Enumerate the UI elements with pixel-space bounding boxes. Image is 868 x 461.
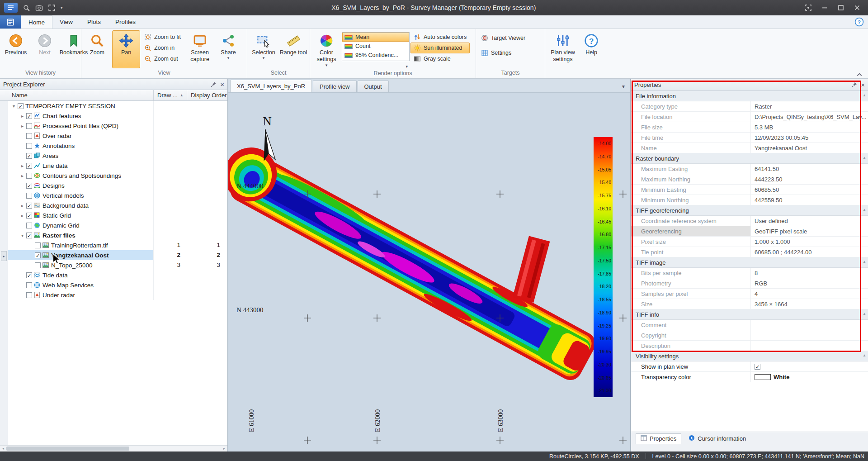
tree-item-static-grid[interactable]: ▸✓Static Grid	[8, 210, 227, 220]
expander-collapsed-icon[interactable]: ▸	[19, 163, 25, 168]
tree-item-background-data[interactable]: ▸✓Background data	[8, 200, 227, 210]
render-layer-gallery-more[interactable]: ▾	[342, 62, 410, 70]
expander-collapsed-icon[interactable]: ▸	[19, 203, 25, 208]
fit-screen-icon[interactable]	[805, 4, 812, 11]
property-row-transparency-color[interactable]: Transparency colorWhite	[631, 372, 868, 382]
plan-view-settings-button[interactable]: Plan view settings	[547, 30, 579, 68]
scroll-right-icon[interactable]: ▸	[221, 447, 227, 451]
property-row-copyright[interactable]: Copyright	[631, 330, 868, 341]
tree-item-vertical-models[interactable]: Vertical models	[8, 190, 227, 200]
zoom-button[interactable]: Zoom	[83, 30, 111, 68]
quick-zoom-icon[interactable]	[23, 4, 30, 12]
previous-button[interactable]: Previous	[2, 30, 30, 68]
tree-item-processed-point-files-qpd[interactable]: ▸Processed Point files (QPD)	[8, 121, 227, 131]
pin-icon[interactable]	[211, 81, 217, 87]
checkbox[interactable]	[26, 223, 32, 228]
checkbox[interactable]: ✓	[35, 252, 41, 258]
property-section-visibility-settings[interactable]: Visibility settings▲	[631, 351, 868, 361]
expander-collapsed-icon[interactable]: ▸	[19, 114, 25, 119]
tree-item-areas[interactable]: ✓Areas	[8, 151, 227, 161]
auto-scale-colors-button[interactable]: Auto scale colors	[410, 32, 470, 43]
expander-collapsed-icon[interactable]: ▸	[19, 213, 25, 218]
share-button[interactable]: Share ▾	[216, 30, 241, 68]
section-collapse-icon[interactable]: ▲	[863, 208, 866, 212]
zoom-in-button[interactable]: Zoom in	[141, 43, 184, 53]
splitter-handle-button[interactable]: ▸	[1, 251, 7, 261]
tree-item-yangtzekanaal-oost[interactable]: ✓Yangtzekanaal Oost22	[8, 250, 227, 260]
quick-capture-icon[interactable]	[35, 4, 43, 12]
render-layer-option-count[interactable]: Count	[342, 42, 409, 51]
checkbox[interactable]	[26, 143, 32, 149]
minimize-icon[interactable]	[821, 4, 828, 11]
view-tab-output[interactable]: Output	[358, 81, 389, 92]
tree-item-chart-features[interactable]: ▸✓Chart features	[8, 111, 227, 121]
ribbon-tab-plots[interactable]: Plots	[80, 15, 108, 29]
property-row-size[interactable]: Size3456 × 1664	[631, 299, 868, 309]
target-settings-button[interactable]: Settings	[478, 48, 514, 58]
target-viewer-button[interactable]: Target Viewer	[478, 33, 528, 43]
checkbox[interactable]	[26, 173, 32, 179]
tree-item-dynamic-grid[interactable]: Dynamic Grid	[8, 220, 227, 230]
property-row-show-in-plan-view[interactable]: Show in plan view✓	[631, 361, 868, 372]
expander-expanded-icon[interactable]: ▾	[11, 104, 17, 109]
section-collapse-icon[interactable]: ▲	[863, 260, 866, 264]
property-row-maximum-easting[interactable]: Maximum Easting64141.50	[631, 164, 868, 174]
next-button[interactable]: Next	[31, 30, 59, 68]
render-layer-option-mean[interactable]: Mean	[342, 33, 409, 42]
checkbox[interactable]	[26, 133, 32, 139]
checkbox[interactable]: ✓	[18, 103, 24, 109]
checkbox[interactable]: ✓	[26, 163, 32, 169]
property-row-file-time[interactable]: File time12/09/2023 00:05:45	[631, 133, 868, 143]
property-row-minimum-northing[interactable]: Minimum Northing442559.50	[631, 195, 868, 205]
property-section-file-information[interactable]: File information▲	[631, 91, 868, 101]
tree-item-contours-and-spotsoundings[interactable]: ▸Contours and Spotsoundings	[8, 171, 227, 181]
close-panel-icon[interactable]: ×	[861, 81, 865, 88]
checkbox[interactable]	[35, 262, 41, 268]
checkbox[interactable]	[26, 193, 32, 199]
tree-item-annotations[interactable]: Annotations	[8, 141, 227, 151]
close-icon[interactable]	[854, 4, 861, 11]
property-row-minimum-easting[interactable]: Minimum Easting60685.50	[631, 185, 868, 195]
view-tab-profile-view[interactable]: Profile view	[313, 81, 356, 92]
plan-view-canvas[interactable]: N N 444000 N 443000 E 61000 E 62000 E 63…	[228, 93, 630, 451]
view-tab-x6-svm-layers-by-por[interactable]: X6_SVM_Layers_by_PoR	[230, 80, 312, 92]
bottom-tab-cursor-information[interactable]: Cursor information	[684, 433, 751, 444]
checkbox[interactable]	[35, 242, 41, 248]
zoom-to-fit-button[interactable]: Zoom to fit	[141, 32, 184, 43]
checkbox[interactable]	[26, 282, 32, 288]
close-panel-icon[interactable]: ×	[220, 81, 224, 88]
tree-item-under-radar[interactable]: Under radar	[8, 290, 227, 300]
property-row-description[interactable]: Description	[631, 341, 868, 351]
help-button[interactable]: ? Help	[580, 30, 603, 68]
property-row-file-location[interactable]: File locationD:\Projects_QINSy_testing\X…	[631, 112, 868, 122]
section-collapse-icon[interactable]: ▲	[863, 156, 866, 160]
zoom-out-button[interactable]: Zoom out	[141, 53, 184, 64]
tree-item-raster-files[interactable]: ▾✓Raster files	[8, 230, 227, 240]
property-section-raster-boundary[interactable]: Raster boundary▲	[631, 153, 868, 164]
column-header-draw-order[interactable]: Draw ...▲	[154, 90, 187, 100]
property-row-file-size[interactable]: File size5.3 MB	[631, 122, 868, 133]
checkbox[interactable]: ✓	[26, 213, 32, 219]
checkbox[interactable]: ✓	[26, 183, 32, 189]
scroll-left-icon[interactable]: ◂	[0, 447, 6, 451]
tree-item-tide-data[interactable]: ✓Tide data	[8, 270, 227, 280]
expander-collapsed-icon[interactable]: ▸	[19, 173, 25, 178]
property-row-name[interactable]: NameYangtzekanaal Oost	[631, 143, 868, 153]
color-settings-button[interactable]: Color settings ▾	[312, 30, 341, 68]
file-menu-button[interactable]	[0, 15, 21, 29]
section-collapse-icon[interactable]: ▲	[863, 353, 866, 357]
property-row-georeferencing[interactable]: GeoreferencingGeoTIFF pixel scale	[631, 226, 868, 237]
property-section-tiff-image[interactable]: TIFF image▲	[631, 257, 868, 268]
property-row-coordinate-reference-system[interactable]: Coordinate reference systemUser defined	[631, 216, 868, 226]
checkbox[interactable]: ✓	[26, 113, 32, 119]
selection-button[interactable]: Selection ▾	[249, 30, 278, 68]
pin-icon[interactable]	[851, 82, 857, 88]
ribbon-tab-home[interactable]: Home	[21, 15, 52, 29]
maximize-icon[interactable]	[837, 4, 844, 11]
property-row-category-type[interactable]: Category typeRaster	[631, 101, 868, 112]
checkbox[interactable]: ✓	[26, 233, 32, 238]
checkbox[interactable]: ✓	[26, 203, 32, 209]
checkbox[interactable]: ✓	[755, 364, 760, 370]
property-row-comment[interactable]: Comment	[631, 320, 868, 330]
property-section-tiff-georeferencing[interactable]: TIFF georeferencing▲	[631, 205, 868, 216]
